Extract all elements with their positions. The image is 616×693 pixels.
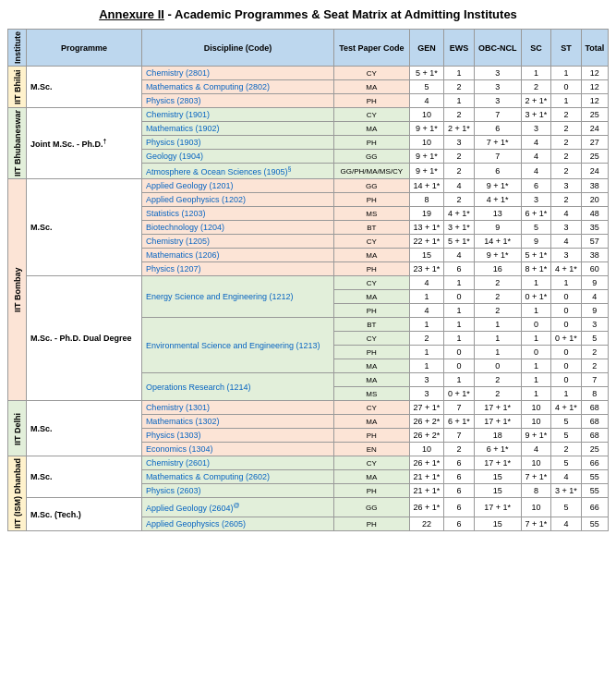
code-cell: MA <box>334 80 410 94</box>
code-cell: GG <box>334 150 410 164</box>
st-cell: 2 <box>551 164 581 179</box>
ews-cell: 6 <box>444 484 474 498</box>
sc-cell: 10 <box>521 415 550 429</box>
obc-cell: 3 <box>474 80 521 94</box>
sc-cell: 0 <box>521 346 550 359</box>
discipline-cell: Mathematics & Computing (2802) <box>141 80 333 94</box>
gen-cell: 21 + 1* <box>409 484 444 498</box>
total-cell: 35 <box>581 221 608 235</box>
sc-cell: 3 <box>521 193 550 207</box>
code-cell: PH <box>334 429 410 443</box>
table-row: M.Sc. (Tech.)Applied Geology (2604)@GG26… <box>8 498 609 517</box>
sc-cell: 1 <box>521 304 550 318</box>
gen-cell: 15 <box>409 249 444 262</box>
st-cell: 1 <box>551 276 581 290</box>
col-institute: Institute <box>8 30 27 67</box>
total-cell: 2 <box>581 359 608 373</box>
col-obc: OBC-NCL <box>474 30 521 67</box>
code-cell: PH <box>334 517 410 531</box>
st-cell: 4 + 1* <box>551 262 581 276</box>
sc-cell: 1 <box>521 276 550 290</box>
gen-cell: 8 <box>409 193 444 207</box>
table-row: IIT (ISM) DhanbadM.Sc.Chemistry (2601)CY… <box>8 456 609 470</box>
code-cell: PH <box>334 193 410 207</box>
obc-cell: 4 + 1* <box>474 193 521 207</box>
col-total: Total <box>581 30 608 67</box>
institute-cell: IIT Bhilai <box>8 67 27 108</box>
ews-cell: 6 <box>444 470 474 484</box>
st-cell: 1 <box>551 387 581 401</box>
code-cell: CY <box>334 456 410 470</box>
discipline-cell: Physics (1903) <box>141 136 333 150</box>
code-cell: PH <box>334 304 410 318</box>
code-cell: PH <box>334 136 410 150</box>
table-row: IIT BhubaneswarJoint M.Sc. - Ph.D.†Chemi… <box>8 108 609 122</box>
ews-cell: 1 <box>444 276 474 290</box>
total-cell: 12 <box>581 94 608 108</box>
table-row: IIT BhilaiM.Sc.Chemistry (2801)CY5 + 1*1… <box>8 67 609 80</box>
discipline-cell: Physics (2803) <box>141 94 333 108</box>
code-cell: MA <box>334 290 410 304</box>
obc-cell: 7 <box>474 150 521 164</box>
sc-cell: 7 + 1* <box>521 470 550 484</box>
st-cell: 2 <box>551 136 581 150</box>
obc-cell: 14 + 1* <box>474 235 521 249</box>
ews-cell: 3 <box>444 136 474 150</box>
obc-cell: 2 <box>474 373 521 387</box>
st-cell: 1 <box>551 94 581 108</box>
discipline-cell: Chemistry (2801) <box>141 67 333 80</box>
st-cell: 3 + 1* <box>551 484 581 498</box>
discipline-cell: Geology (1904) <box>141 150 333 164</box>
ews-cell: 1 <box>444 332 474 346</box>
code-cell: CY <box>334 276 410 290</box>
sc-cell: 10 <box>521 401 550 415</box>
col-ews: EWS <box>444 30 474 67</box>
gen-cell: 14 + 1* <box>409 179 444 193</box>
ews-cell: 4 + 1* <box>444 207 474 221</box>
institute-cell: IIT Delhi <box>8 401 27 456</box>
ews-cell: 1 <box>444 94 474 108</box>
st-cell: 0 <box>551 304 581 318</box>
sc-cell: 1 <box>521 387 550 401</box>
gen-cell: 3 <box>409 387 444 401</box>
col-gen: GEN <box>409 30 444 67</box>
total-cell: 12 <box>581 67 608 80</box>
sc-cell: 1 <box>521 67 550 80</box>
st-cell: 3 <box>551 221 581 235</box>
discipline-cell: Environmental Science and Engineering (1… <box>141 318 333 373</box>
code-cell: CY <box>334 67 410 80</box>
gen-cell: 26 + 2* <box>409 415 444 429</box>
discipline-cell: Physics (1303) <box>141 429 333 443</box>
ews-cell: 2 <box>444 193 474 207</box>
st-cell: 4 <box>551 470 581 484</box>
obc-cell: 9 <box>474 221 521 235</box>
sc-cell: 2 <box>521 80 550 94</box>
st-cell: 4 <box>551 235 581 249</box>
gen-cell: 22 + 1* <box>409 235 444 249</box>
total-cell: 3 <box>581 318 608 332</box>
sc-cell: 0 <box>521 318 550 332</box>
obc-cell: 1 <box>474 318 521 332</box>
gen-cell: 23 + 1* <box>409 262 444 276</box>
discipline-cell: Applied Geophysics (2605) <box>141 517 333 531</box>
st-cell: 0 + 1* <box>551 332 581 346</box>
programme-cell: M.Sc. <box>27 456 142 498</box>
obc-cell: 9 + 1* <box>474 179 521 193</box>
gen-cell: 10 <box>409 108 444 122</box>
obc-cell: 1 <box>474 346 521 359</box>
st-cell: 5 <box>551 415 581 429</box>
code-cell: PH <box>334 484 410 498</box>
discipline-cell: Chemistry (1901) <box>141 108 333 122</box>
ews-cell: 1 <box>444 67 474 80</box>
table-row: M.Sc. - Ph.D. Dual DegreeEnergy Science … <box>8 276 609 290</box>
total-cell: 4 <box>581 290 608 304</box>
sc-cell: 4 <box>521 164 550 179</box>
obc-cell: 7 + 1* <box>474 136 521 150</box>
sc-cell: 3 + 1* <box>521 108 550 122</box>
ews-cell: 2 <box>444 108 474 122</box>
ews-cell: 3 + 1* <box>444 221 474 235</box>
obc-cell: 17 + 1* <box>474 498 521 517</box>
code-cell: MA <box>334 359 410 373</box>
st-cell: 2 <box>551 193 581 207</box>
obc-cell: 1 <box>474 332 521 346</box>
